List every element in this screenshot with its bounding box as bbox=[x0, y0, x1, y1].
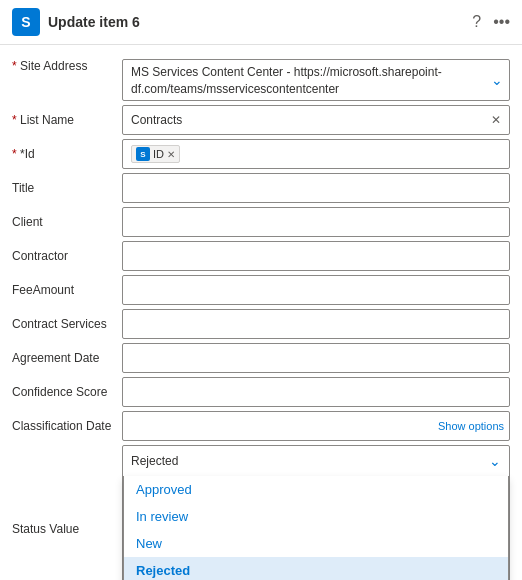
status-value-dropdown[interactable]: Rejected ⌄ Approved In review New Reject… bbox=[122, 445, 510, 580]
list-name-box[interactable]: Contracts ✕ bbox=[122, 105, 510, 135]
classification-date-row: Classification Date Show options bbox=[0, 409, 522, 443]
site-address-field: MS Services Content Center - https://mic… bbox=[122, 59, 510, 101]
contractor-label: Contractor bbox=[12, 249, 122, 263]
id-field: S ID ✕ bbox=[122, 139, 510, 169]
more-actions-icon[interactable]: ••• bbox=[493, 13, 510, 31]
id-label: *Id bbox=[12, 147, 122, 161]
confidence-score-field bbox=[122, 377, 510, 407]
title-input[interactable] bbox=[122, 173, 510, 203]
site-address-label: Site Address bbox=[12, 59, 122, 73]
status-value-field: Rejected ⌄ Approved In review New Reject… bbox=[122, 445, 510, 580]
id-tag-box[interactable]: S ID ✕ bbox=[122, 139, 510, 169]
title-field bbox=[122, 173, 510, 203]
confidence-score-label: Confidence Score bbox=[12, 385, 122, 399]
status-chevron-icon: ⌄ bbox=[489, 453, 501, 469]
client-row: Client bbox=[0, 205, 522, 239]
status-selected-text: Rejected bbox=[131, 454, 178, 468]
show-options-link[interactable]: Show options bbox=[438, 420, 504, 432]
contract-services-label: Contract Services bbox=[12, 317, 122, 331]
contract-services-input[interactable] bbox=[122, 309, 510, 339]
contract-services-row: Contract Services bbox=[0, 307, 522, 341]
fee-amount-label: FeeAmount bbox=[12, 283, 122, 297]
site-address-dropdown[interactable]: MS Services Content Center - https://mic… bbox=[122, 59, 510, 101]
form-container: Site Address MS Services Content Center … bbox=[0, 45, 522, 580]
status-selected-value: Rejected ⌄ bbox=[123, 446, 509, 476]
status-value-row: Status Value Rejected ⌄ Approved In revi… bbox=[0, 443, 522, 580]
confidence-score-row: Confidence Score bbox=[0, 375, 522, 409]
status-option-approved[interactable]: Approved bbox=[124, 476, 508, 503]
title-bar: S Update item 6 ? ••• bbox=[0, 0, 522, 45]
status-option-rejected[interactable]: Rejected bbox=[124, 557, 508, 580]
client-input[interactable] bbox=[122, 207, 510, 237]
contractor-input[interactable] bbox=[122, 241, 510, 271]
id-tag-remove-icon[interactable]: ✕ bbox=[167, 149, 175, 160]
list-name-clear-icon[interactable]: ✕ bbox=[491, 113, 501, 127]
agreement-date-field bbox=[122, 343, 510, 373]
client-field bbox=[122, 207, 510, 237]
app-icon: S bbox=[12, 8, 40, 36]
status-option-in-review[interactable]: In review bbox=[124, 503, 508, 530]
page-title: Update item 6 bbox=[48, 14, 464, 30]
status-option-new[interactable]: New bbox=[124, 530, 508, 557]
fee-amount-input[interactable] bbox=[122, 275, 510, 305]
site-address-value: MS Services Content Center - https://mic… bbox=[131, 64, 481, 98]
id-tag-icon: S bbox=[136, 147, 150, 161]
classification-date-label: Classification Date bbox=[12, 419, 122, 433]
title-bar-actions: ? ••• bbox=[472, 13, 510, 31]
list-name-value: Contracts bbox=[131, 113, 182, 127]
fee-amount-row: FeeAmount bbox=[0, 273, 522, 307]
agreement-date-input[interactable] bbox=[122, 343, 510, 373]
agreement-date-row: Agreement Date bbox=[0, 341, 522, 375]
confidence-score-input[interactable] bbox=[122, 377, 510, 407]
status-value-label: Status Value bbox=[12, 522, 122, 536]
site-address-row: Site Address MS Services Content Center … bbox=[0, 53, 522, 103]
status-dropdown-menu: Approved In review New Rejected Enter cu… bbox=[123, 476, 509, 580]
list-name-row: List Name Contracts ✕ bbox=[0, 103, 522, 137]
client-label: Client bbox=[12, 215, 122, 229]
site-address-chevron-icon: ⌄ bbox=[491, 72, 503, 88]
agreement-date-label: Agreement Date bbox=[12, 351, 122, 365]
id-tag: S ID ✕ bbox=[131, 145, 180, 163]
contractor-row: Contractor bbox=[0, 239, 522, 273]
help-icon[interactable]: ? bbox=[472, 13, 481, 31]
list-name-label: List Name bbox=[12, 113, 122, 127]
classification-date-field: Show options bbox=[122, 411, 510, 441]
id-row: *Id S ID ✕ bbox=[0, 137, 522, 171]
title-label: Title bbox=[12, 181, 122, 195]
contract-services-field bbox=[122, 309, 510, 339]
contractor-field bbox=[122, 241, 510, 271]
title-row: Title bbox=[0, 171, 522, 205]
fee-amount-field bbox=[122, 275, 510, 305]
id-tag-label: ID bbox=[153, 148, 164, 160]
list-name-field: Contracts ✕ bbox=[122, 105, 510, 135]
